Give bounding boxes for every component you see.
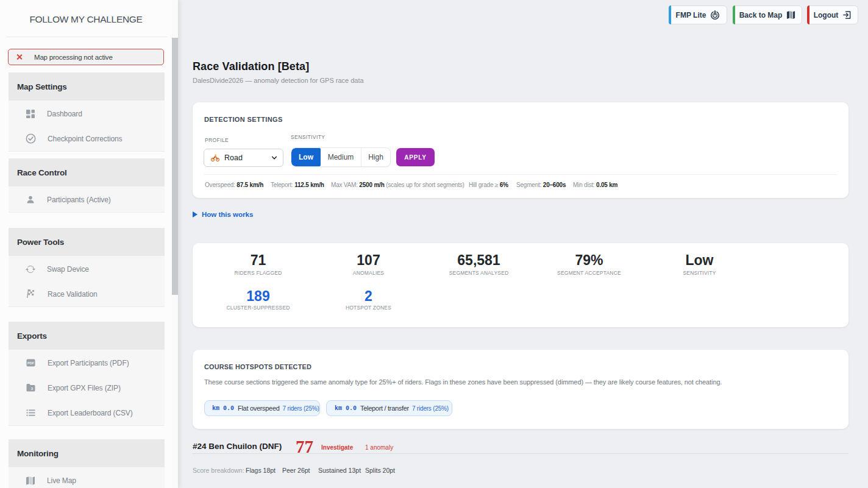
svg-text:PDF: PDF [27, 361, 35, 365]
